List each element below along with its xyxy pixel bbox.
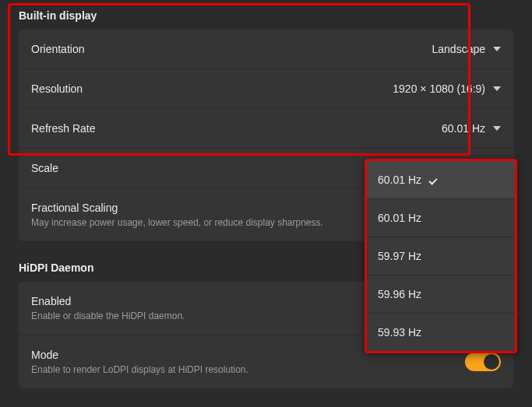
dropdown-item-label: 60.01 Hz [378,212,421,224]
row-refresh-rate[interactable]: Refresh Rate 60.01 Hz [19,108,513,148]
dropdown-item-label: 60.01 Hz [378,174,421,186]
label-fractional: Fractional Scaling [31,202,323,214]
sub-mode: Enable to render LoDPI displays at HiDPI… [31,364,248,375]
chevron-down-icon [493,126,501,131]
label-scale: Scale [31,162,58,174]
dropdown-item-label: 59.96 Hz [378,288,421,300]
label-enabled: Enabled [31,295,185,307]
dropdown-item-1[interactable]: 60.01 Hz [367,198,515,237]
section-title-builtin: Built-in display [11,0,521,30]
chevron-down-icon [493,86,501,91]
label-orientation: Orientation [31,43,84,55]
sub-enabled: Enable or disable the HiDPI daemon. [31,311,185,321]
dropdown-item-2[interactable]: 59.97 Hz [367,237,515,275]
value-refresh: 60.01 Hz [442,122,485,135]
toggle-knob [484,354,499,370]
check-icon [429,174,440,185]
toggle-mode[interactable] [465,353,501,371]
value-orientation: Landscape [432,43,485,55]
dropdown-refresh-rate: 60.01 Hz 60.01 Hz 59.97 Hz 59.96 Hz 59.9… [365,159,517,353]
dropdown-item-4[interactable]: 59.93 Hz [367,313,515,351]
dropdown-item-3[interactable]: 59.96 Hz [367,275,515,313]
value-resolution: 1920 × 1080 (16:9) [393,82,485,95]
chevron-down-icon [493,47,501,51]
dropdown-item-label: 59.93 Hz [378,326,421,339]
dropdown-item-label: 59.97 Hz [378,250,421,262]
label-resolution: Resolution [31,82,83,95]
label-mode: Mode [31,349,248,361]
label-refresh: Refresh Rate [31,122,95,135]
row-resolution[interactable]: Resolution 1920 × 1080 (16:9) [19,68,513,108]
sub-fractional: May increase power usage, lower speed, o… [31,217,323,228]
dropdown-item-0[interactable]: 60.01 Hz [367,161,515,198]
row-orientation[interactable]: Orientation Landscape [19,30,513,68]
